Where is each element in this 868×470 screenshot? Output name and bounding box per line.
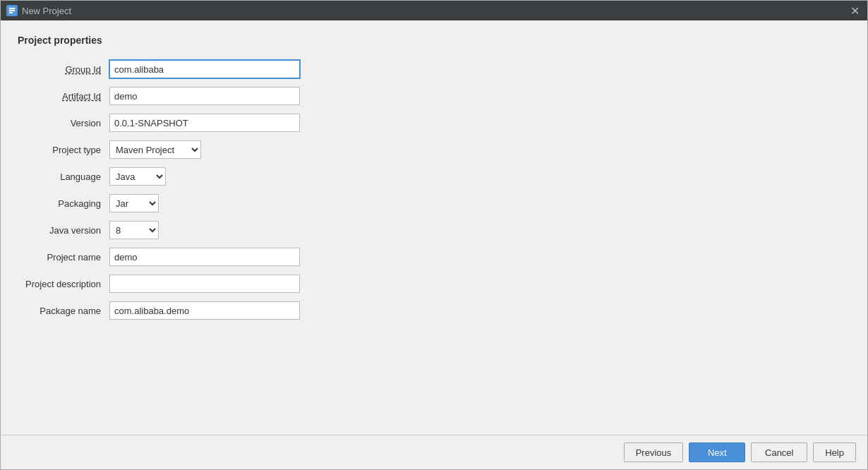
title-bar-left: New Project (6, 5, 71, 16)
version-input[interactable] (109, 114, 300, 132)
title-bar: New Project ✕ (1, 1, 867, 20)
project-name-input[interactable] (109, 248, 300, 266)
previous-button[interactable]: Previous (624, 442, 684, 462)
java-version-row: Java version 8 11 17 21 (18, 221, 850, 239)
version-row: Version (18, 114, 850, 132)
svg-rect-1 (9, 8, 15, 9)
project-type-row: Project type Maven Project Gradle Projec… (18, 140, 850, 159)
app-icon (6, 5, 18, 16)
version-label: Version (18, 118, 109, 128)
artifact-id-input[interactable] (109, 87, 300, 105)
project-description-label: Project description (18, 279, 109, 289)
artifact-id-row: Artifact Id (18, 87, 850, 105)
language-select[interactable]: Java Kotlin Groovy (109, 167, 166, 186)
project-type-label: Project type (18, 145, 109, 155)
form-area: Group Id Artifact Id Version Project typ… (18, 60, 850, 421)
project-name-row: Project name (18, 248, 850, 266)
dialog-footer: Previous Next Cancel Help (1, 435, 867, 469)
project-description-input[interactable] (109, 275, 300, 293)
project-name-label: Project name (18, 252, 109, 263)
package-name-label: Package name (18, 306, 109, 316)
language-row: Language Java Kotlin Groovy (18, 167, 850, 186)
packaging-select[interactable]: Jar War (109, 194, 159, 212)
main-window: New Project ✕ Project properties Group I… (0, 0, 868, 470)
project-description-row: Project description (18, 275, 850, 293)
section-title: Project properties (18, 35, 850, 46)
window-title: New Project (22, 6, 71, 16)
language-label: Language (18, 171, 109, 182)
svg-rect-2 (9, 10, 15, 11)
artifact-id-label: Artifact Id (18, 91, 109, 102)
svg-rect-3 (9, 12, 13, 13)
java-version-select[interactable]: 8 11 17 21 (109, 221, 159, 239)
help-button[interactable]: Help (813, 442, 856, 462)
java-version-label: Java version (18, 225, 109, 236)
package-name-input[interactable] (109, 301, 300, 320)
packaging-label: Packaging (18, 198, 109, 209)
packaging-row: Packaging Jar War (18, 194, 850, 212)
package-name-row: Package name (18, 301, 850, 320)
group-id-label: Group Id (18, 64, 109, 75)
group-id-input[interactable] (109, 60, 300, 78)
project-type-select[interactable]: Maven Project Gradle Project (109, 140, 201, 159)
group-id-row: Group Id (18, 60, 850, 78)
dialog-content: Project properties Group Id Artifact Id … (1, 20, 867, 435)
cancel-button[interactable]: Cancel (751, 442, 807, 462)
next-button[interactable]: Next (689, 442, 745, 462)
close-button[interactable]: ✕ (848, 4, 862, 18)
